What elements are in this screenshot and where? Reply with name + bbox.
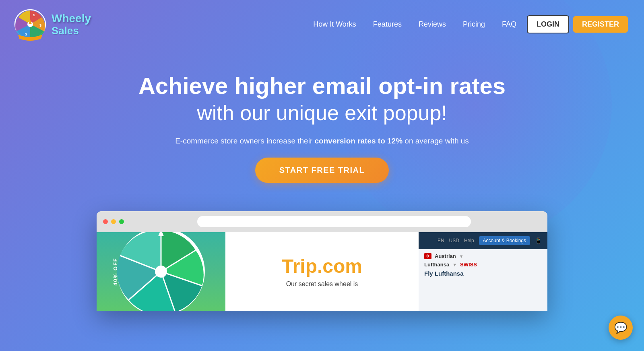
panel-currency: USD <box>449 238 459 243</box>
svg-point-13 <box>155 266 167 278</box>
airline-row-2: Lufthansa ▼ SWISS <box>424 262 542 268</box>
airline-name-austrian: Austrian <box>435 253 456 259</box>
logo-area[interactable]: $ $ $ Wheely Sales <box>12 7 91 42</box>
browser-dot-yellow <box>111 219 116 224</box>
svg-text:$: $ <box>33 13 35 17</box>
trip-logo: Trip.com <box>282 255 362 277</box>
hero-subtitle: E-commerce store owners increase their c… <box>8 137 636 145</box>
airline-name-swiss: SWISS <box>460 262 477 268</box>
hero-title-bold: Achieve higher email opt-in rates <box>8 73 636 99</box>
mobile-icon: 📱 <box>535 237 542 244</box>
airline-name-lufthansa: Lufthansa <box>424 262 449 268</box>
right-panel: EN USD Help Account & Bookings 📱 ✈ Austr… <box>419 232 547 311</box>
nav-pricing[interactable]: Pricing <box>456 17 491 32</box>
logo-icon: $ $ $ <box>12 7 48 42</box>
hero-title-normal: with our unique exit popup! <box>8 100 636 125</box>
nav-reviews[interactable]: Reviews <box>412 17 452 32</box>
chat-widget[interactable]: 💬 <box>609 316 633 340</box>
account-bookings-button[interactable]: Account & Bookings <box>479 236 530 245</box>
nav-how-it-works[interactable]: How It Works <box>307 17 363 32</box>
panel-content: ✈ Austrian ▼ Lufthansa ▼ SWISS Fly Lufth… <box>419 249 547 311</box>
navbar: $ $ $ Wheely Sales How It Works Features… <box>0 0 644 49</box>
panel-title: Fly Lufthansa <box>424 270 542 277</box>
login-button[interactable]: LOGIN <box>527 15 569 33</box>
register-button[interactable]: REGISTER <box>573 16 628 33</box>
browser-dot-red <box>103 219 108 224</box>
browser-dot-green <box>119 219 124 224</box>
svg-text:$: $ <box>25 32 27 36</box>
nav-faq[interactable]: FAQ <box>495 17 523 32</box>
trip-subtitle: Our secret sales wheel is <box>286 280 358 288</box>
center-content: Trip.com Our secret sales wheel is <box>225 232 419 311</box>
nav-features[interactable]: Features <box>367 17 408 32</box>
dropdown-arrow-2: ▼ <box>452 262 457 267</box>
browser-window: 40% OFF <box>97 211 547 311</box>
wheel-label: 40% OFF <box>112 258 118 286</box>
chat-icon: 💬 <box>614 322 627 334</box>
browser-content: 40% OFF <box>97 232 547 311</box>
logo-text: Wheely Sales <box>52 12 91 36</box>
browser-mockup-section: 40% OFF <box>97 211 547 311</box>
airline-logo-austrian: ✈ <box>424 253 431 259</box>
wheel-svg <box>117 232 205 311</box>
start-free-trial-button[interactable]: START FREE TRIAL <box>255 158 389 183</box>
right-panel-header: EN USD Help Account & Bookings 📱 <box>419 232 547 249</box>
browser-bar <box>97 211 547 232</box>
panel-help: Help <box>464 238 474 243</box>
panel-lang: EN <box>438 238 444 243</box>
svg-text:$: $ <box>39 23 41 27</box>
nav-links: How It Works Features Reviews Pricing FA… <box>307 15 628 33</box>
airline-row-1: ✈ Austrian ▼ <box>424 253 542 259</box>
dropdown-arrow-1: ▼ <box>459 254 464 259</box>
wheel-section: 40% OFF <box>97 232 225 311</box>
browser-url-bar <box>197 216 471 227</box>
hero-content: Achieve higher email opt-in rates with o… <box>0 49 644 199</box>
